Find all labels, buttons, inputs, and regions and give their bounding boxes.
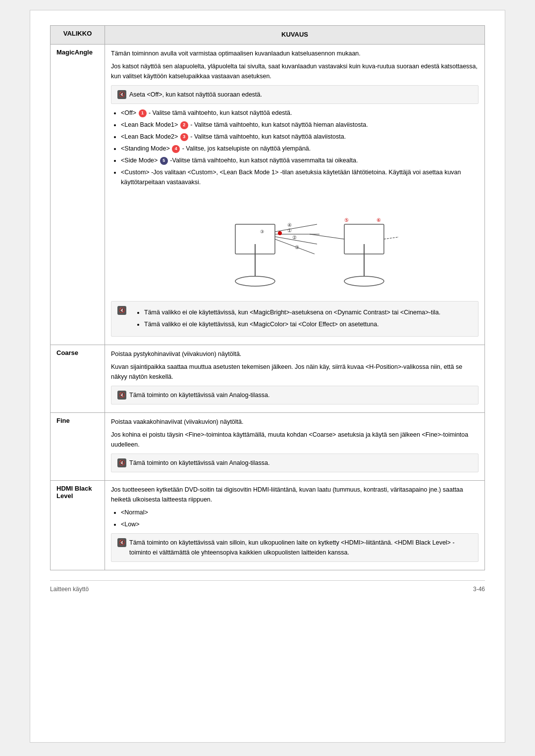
note-icon-2: 🔇 (117, 306, 126, 315)
hdmi-p1: Jos tuotteeseen kytketään DVD-soitin tai… (111, 485, 479, 504)
list-item: <Custom> -Jos valitaan <Custom>, <Lean B… (121, 167, 479, 187)
list-item: <Normal> (121, 507, 479, 517)
note-icon-coarse: 🔇 (117, 391, 126, 400)
desc-magicangle: Tämän toiminnon avulla voit varmistaa op… (105, 44, 485, 345)
footer-right: 3-46 (473, 586, 485, 593)
diagram-svg: ① ② ③ ④ ⑤ (191, 195, 399, 294)
magicangle-p1: Tämän toiminnon avulla voit varmistaa op… (111, 49, 479, 58)
desc-fine: Poistaa vaakakohinaviivat (viivakuvion) … (105, 412, 485, 480)
svg-point-18 (278, 231, 282, 235)
svg-line-6 (275, 224, 317, 232)
page: VALIKKO KUVAUS MagicAngle Tämän toiminno… (30, 10, 505, 743)
list-item: <Side Mode> 5 -Valitse tämä vaihtoehto, … (121, 155, 479, 165)
list-item: Tämä valikko ei ole käytettävissä, kun <… (144, 307, 472, 317)
main-table: VALIKKO KUVAUS MagicAngle Tämän toiminno… (50, 25, 485, 570)
fine-p1: Poistaa vaakakohinaviivat (viivakuvion) … (111, 417, 479, 427)
magicangle-note2-block: 🔇 Tämä valikko ei ole käytettävissä, kun… (111, 301, 479, 337)
list-item: <Off> 1 - Valitse tämä vaihtoehto, kun k… (121, 108, 479, 118)
desc-hdmi: Jos tuotteeseen kytketään DVD-soitin tai… (105, 480, 485, 570)
magicangle-note2-box: 🔇 Tämä valikko ei ole käytettävissä, kun… (117, 305, 472, 332)
hdmi-note-block: 🔇 Tämä toiminto on käytettävissä vain si… (111, 533, 479, 562)
fine-p2: Jos kohina ei poistu täysin <Fine>-toimi… (111, 430, 479, 450)
hdmi-bullets: <Normal> <Low> (121, 507, 479, 529)
table-row-magicangle: MagicAngle Tämän toiminnon avulla voit v… (51, 44, 485, 345)
coarse-p1: Poistaa pystykohinaviivat (viivakuvion) … (111, 349, 479, 359)
hdmi-note-box: 🔇 Tämä toiminto on käytettävissä vain si… (117, 538, 472, 557)
menu-label-fine: Fine (51, 412, 105, 480)
magicangle-p2: Jos katsot näyttöä sen alapuolelta, yläp… (111, 61, 479, 81)
menu-label-hdmi: HDMI Black Level (51, 480, 105, 570)
list-item: Tämä valikko ei ole käytettävissä, kun <… (144, 319, 472, 329)
coarse-note-text: Tämä toiminto on käytettävissä vain Anal… (129, 390, 472, 400)
list-item: <Lean Back Mode2> 3 - Valitse tämä vaiht… (121, 132, 479, 142)
list-item: <Low> (121, 519, 479, 529)
circle-5: 5 (160, 157, 168, 165)
magicangle-diagram: ① ② ③ ④ ⑤ (111, 195, 479, 294)
circle-4: 4 (172, 145, 180, 153)
svg-text:③: ③ (295, 245, 299, 250)
table-row-hdmi: HDMI Black Level Jos tuotteeseen kytketä… (51, 480, 485, 570)
list-item: <Standing Mode> 4 - Valitse, jos katselu… (121, 144, 479, 153)
circle-1: 1 (139, 109, 147, 117)
fine-note-block: 🔇 Tämä toiminto on käytettävissä vain An… (111, 454, 479, 472)
svg-text:①: ① (287, 228, 292, 233)
header-col-menu: VALIKKO (51, 26, 105, 45)
magicangle-note1-box: 🔇 Aseta <Off>, kun katsot näyttöä suoraa… (117, 90, 472, 100)
list-item: <Lean Back Mode1> 2 - Valitse tämä vaiht… (121, 120, 479, 130)
fine-note-text: Tämä toiminto on käytettävissä vain Anal… (129, 458, 472, 468)
magicangle-note1-block: 🔇 Aseta <Off>, kun katsot näyttöä suoraa… (111, 85, 479, 104)
desc-coarse: Poistaa pystykohinaviivat (viivakuvion) … (105, 345, 485, 412)
coarse-note-box: 🔇 Tämä toiminto on käytettävissä vain An… (117, 390, 472, 400)
svg-line-14 (310, 234, 344, 239)
header-col-desc: KUVAUS (105, 26, 485, 45)
table-row-coarse: Coarse Poistaa pystykohinaviivat (viivak… (51, 345, 485, 412)
footer-left: Laitteen käyttö (50, 586, 89, 593)
svg-text:③: ③ (260, 229, 264, 234)
menu-label-coarse: Coarse (51, 345, 105, 412)
magicangle-note1-text: Aseta <Off>, kun katsot näyttöä suoraan … (129, 90, 472, 100)
magicangle-bullets: <Off> 1 - Valitse tämä vaihtoehto, kun k… (121, 108, 479, 187)
note-icon-hdmi: 🔇 (117, 538, 126, 547)
magicangle-note2-text: Tämä valikko ei ole käytettävissä, kun <… (129, 305, 472, 332)
svg-text:④: ④ (287, 222, 292, 228)
note-icon-1: 🔇 (117, 90, 126, 99)
svg-point-0 (235, 276, 275, 286)
table-row-fine: Fine Poistaa vaakakohinaviivat (viivakuv… (51, 412, 485, 480)
coarse-p2: Kuvan sijaintipaikka saattaa muuttua ase… (111, 362, 479, 382)
fine-note-box: 🔇 Tämä toiminto on käytettävissä vain An… (117, 458, 472, 468)
page-footer: Laitteen käyttö 3-46 (50, 580, 485, 593)
svg-text:②: ② (292, 235, 297, 240)
note-icon-fine: 🔇 (117, 458, 126, 467)
coarse-note-block: 🔇 Tämä toiminto on käytettävissä vain An… (111, 386, 479, 404)
svg-point-11 (344, 276, 384, 286)
menu-label-magicangle: MagicAngle (51, 44, 105, 345)
svg-line-15 (384, 234, 399, 239)
magicangle-note2-bullets: Tämä valikko ei ole käytettävissä, kun <… (144, 307, 472, 329)
circle-3: 3 (180, 133, 188, 141)
svg-text:⑥: ⑥ (376, 217, 381, 223)
circle-2: 2 (180, 121, 188, 129)
hdmi-note-text: Tämä toiminto on käytettävissä vain sill… (129, 538, 472, 557)
svg-text:⑤: ⑤ (344, 217, 349, 223)
